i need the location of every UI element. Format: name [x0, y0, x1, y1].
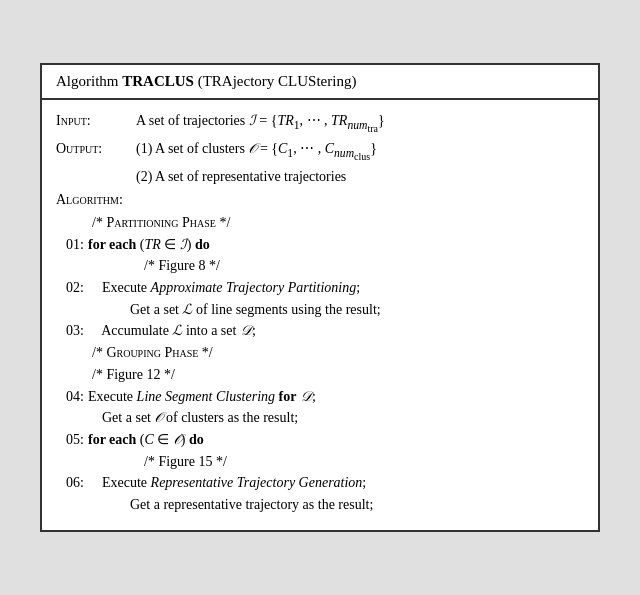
line-04-cont: Get a set 𝒪 of clusters as the result; [56, 407, 584, 429]
line-06-cont: Get a representative trajectory as the r… [56, 494, 584, 516]
input-label: Input: [56, 110, 136, 132]
line-06-num: 06: [56, 472, 84, 494]
line-06: 06: Execute Representative Trajectory Ge… [56, 472, 584, 494]
comment-grouping: /* Grouping Phase */ [92, 342, 584, 364]
comment-fig12: /* Figure 12 */ [92, 364, 584, 386]
input-content: A set of trajectories ℐ = {TR1, ⋯ , TRnu… [136, 110, 385, 137]
title-name: TRACLUS [122, 73, 194, 89]
algorithm-body: Input: A set of trajectories ℐ = {TR1, ⋯… [42, 100, 598, 529]
algorithm-label-line: Algorithm: [56, 189, 584, 211]
input-line: Input: A set of trajectories ℐ = {TR1, ⋯… [56, 110, 584, 137]
title-prefix: Algorithm [56, 73, 122, 89]
line-04-content: Execute Line Segment Clustering for 𝒟; [88, 386, 316, 408]
title-suffix: (TRAjectory CLUStering) [194, 73, 356, 89]
algorithm-title: Algorithm TRACLUS (TRAjectory CLUStering… [42, 65, 598, 100]
algorithm-label: Algorithm: [56, 189, 123, 211]
output-label: Output: [56, 138, 136, 160]
comment-partitioning: /* Partitioning Phase */ [92, 212, 584, 234]
line-01-content: for each (TR ∈ ℐ) do [88, 234, 210, 256]
line-05-content: for each (C ∈ 𝒪) do [88, 429, 204, 451]
comment-fig15: /* Figure 15 */ [56, 451, 584, 473]
line-01: 01: for each (TR ∈ ℐ) do [56, 234, 584, 256]
output-line2: (2) A set of representative trajectories [56, 166, 584, 188]
line-02-content: Execute Approximate Trajectory Partition… [88, 277, 360, 299]
output-content2: (2) A set of representative trajectories [136, 166, 346, 188]
output-line1: Output: (1) A set of clusters 𝒪 = {C1, ⋯… [56, 138, 584, 165]
algorithm-box: Algorithm TRACLUS (TRAjectory CLUStering… [40, 63, 600, 531]
line-01-num: 01: [56, 234, 84, 256]
line-04: 04: Execute Line Segment Clustering for … [56, 386, 584, 408]
line-03-num: 03: [56, 320, 84, 342]
line-02-cont: Get a set ℒ of line segments using the r… [56, 299, 584, 321]
comment-fig8: /* Figure 8 */ [56, 255, 584, 277]
line-03-content: Accumulate ℒ into a set 𝒟; [88, 320, 256, 342]
line-06-content: Execute Representative Trajectory Genera… [88, 472, 366, 494]
line-02-num: 02: [56, 277, 84, 299]
line-02: 02: Execute Approximate Trajectory Parti… [56, 277, 584, 299]
line-05-num: 05: [56, 429, 84, 451]
output-content1: (1) A set of clusters 𝒪 = {C1, ⋯ , Cnumc… [136, 138, 377, 165]
line-05: 05: for each (C ∈ 𝒪) do [56, 429, 584, 451]
line-04-num: 04: [56, 386, 84, 408]
line-03: 03: Accumulate ℒ into a set 𝒟; [56, 320, 584, 342]
